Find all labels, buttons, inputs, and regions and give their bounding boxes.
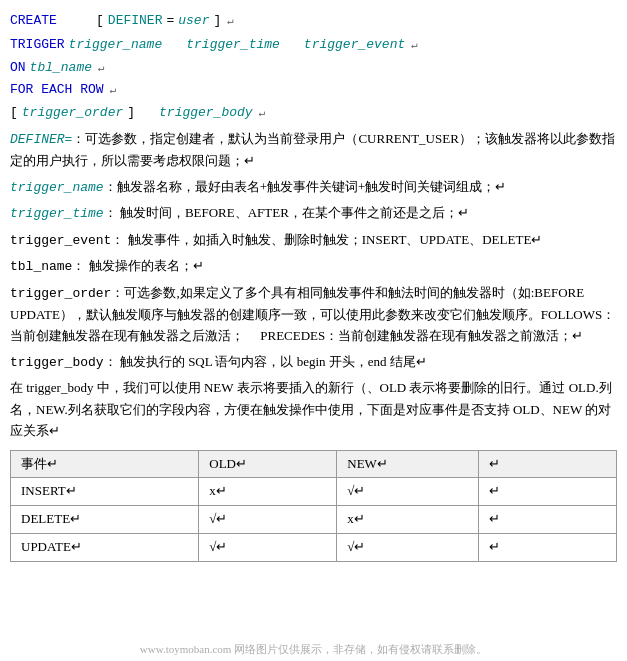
desc-trigger-order: trigger_order：可选参数,如果定义了多个具有相同触发事件和触法时间的… <box>10 282 617 347</box>
col-header-old: OLD↵ <box>199 450 337 478</box>
code-line-3: ON tbl_name ↵ <box>10 58 617 79</box>
desc-definer: DEFINER=：可选参数，指定创建者，默认为当前登录用户（CURRENT_US… <box>10 128 617 172</box>
keyword-create: CREATE <box>10 11 57 32</box>
col-header-event: 事件↵ <box>11 450 199 478</box>
cell-update-empty: ↵ <box>478 534 616 562</box>
col-header-empty: ↵ <box>478 450 616 478</box>
event-support-table: 事件↵ OLD↵ NEW↵ ↵ INSERT↵ x↵ √↵ ↵ DELETE↵ … <box>10 450 617 562</box>
desc-trigger-time: trigger_time： 触发时间，BEFORE、AFTER，在某个事件之前还… <box>10 202 617 224</box>
desc-trigger-event: trigger_event： 触发事件，如插入时触发、删除时触发；INSERT、… <box>10 229 617 251</box>
desc-trigger-name: trigger_name：触发器名称，最好由表名+触发事件关键词+触发时间关键词… <box>10 176 617 198</box>
table-row: INSERT↵ x↵ √↵ ↵ <box>11 478 617 506</box>
param-trigger-event: trigger_event <box>304 35 405 56</box>
cell-update-old: √↵ <box>199 534 337 562</box>
param-trigger-order: trigger_order <box>22 103 123 124</box>
keyword-on: ON <box>10 58 26 79</box>
desc-tbl-name: tbl_name： 触发操作的表名；↵ <box>10 255 617 277</box>
code-line-4: FOR EACH ROW ↵ <box>10 80 617 101</box>
table-row: UPDATE↵ √↵ √↵ ↵ <box>11 534 617 562</box>
cell-delete-old: √↵ <box>199 506 337 534</box>
param-tbl-name: tbl_name <box>30 58 92 79</box>
cell-insert-empty: ↵ <box>478 478 616 506</box>
watermark: www.toymoban.com 网络图片仅供展示，非存储，如有侵权请联系删除。 <box>0 639 627 661</box>
cell-insert-old: x↵ <box>199 478 337 506</box>
cell-delete-empty: ↵ <box>478 506 616 534</box>
param-trigger-body: trigger_body <box>159 103 253 124</box>
keyword-trigger: TRIGGER <box>10 35 65 56</box>
cell-insert-new: √↵ <box>337 478 479 506</box>
col-header-new: NEW↵ <box>337 450 479 478</box>
cell-insert-event: INSERT↵ <box>11 478 199 506</box>
keyword-for-each-row: FOR EACH ROW <box>10 80 104 101</box>
para-new-old: 在 trigger_body 中，我们可以使用 NEW 表示将要插入的新行（、O… <box>10 377 617 441</box>
table-row: DELETE↵ √↵ x↵ ↵ <box>11 506 617 534</box>
param-trigger-time: trigger_time <box>186 35 280 56</box>
code-line-5: [ trigger_order ] trigger_body ↵ <box>10 103 617 124</box>
cell-delete-event: DELETE↵ <box>11 506 199 534</box>
cell-update-new: √↵ <box>337 534 479 562</box>
cell-delete-new: x↵ <box>337 506 479 534</box>
cell-update-event: UPDATE↵ <box>11 534 199 562</box>
code-line-1: CREATE [ DEFINER = user ] ↵ <box>10 11 617 32</box>
table-header-row: 事件↵ OLD↵ NEW↵ ↵ <box>11 450 617 478</box>
code-line-2: TRIGGER trigger_name trigger_time trigge… <box>10 35 617 56</box>
param-trigger-name: trigger_name <box>69 35 163 56</box>
desc-trigger-body: trigger_body： 触发执行的 SQL 语句内容，以 begin 开头，… <box>10 351 617 373</box>
definer-user: user <box>178 11 209 32</box>
keyword-definer: DEFINER <box>108 11 163 32</box>
